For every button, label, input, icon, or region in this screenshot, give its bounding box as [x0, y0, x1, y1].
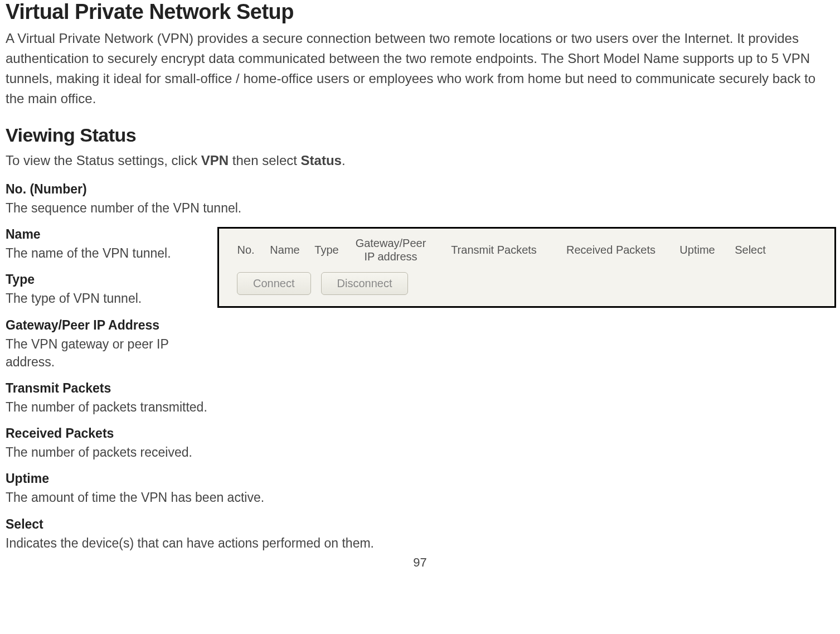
- def-received: Received Packets The number of packets r…: [6, 426, 834, 461]
- def-type: Type The type of VPN tunnel.: [6, 272, 217, 307]
- def-desc: The sequence number of the VPN tunnel.: [6, 199, 834, 217]
- def-desc: The VPN gateway or peer IP address.: [6, 335, 217, 371]
- instruction-pre: To view the Status settings, click: [6, 153, 201, 168]
- instruction-vpn: VPN: [201, 153, 229, 168]
- intro-paragraph: A Virtual Private Network (VPN) provides…: [6, 28, 834, 109]
- def-desc: The number of packets received.: [6, 443, 834, 461]
- section-viewing-status: Viewing Status: [6, 124, 834, 146]
- def-term: Transmit Packets: [6, 381, 834, 396]
- def-term: No. (Number): [6, 182, 834, 197]
- connect-button[interactable]: Connect: [237, 272, 311, 295]
- def-term: Gateway/Peer IP Address: [6, 318, 217, 333]
- col-select: Select: [725, 244, 775, 256]
- col-gateway-line1: Gateway/Peer: [353, 236, 429, 250]
- instruction-text: To view the Status settings, click VPN t…: [6, 151, 834, 171]
- table-header-row: No. Name Type Gateway/Peer IP address Tr…: [229, 236, 824, 263]
- def-desc: The amount of time the VPN has been acti…: [6, 488, 834, 506]
- def-select: Select Indicates the device(s) that can …: [6, 517, 834, 552]
- def-term: Name: [6, 227, 217, 242]
- def-no: No. (Number) The sequence number of the …: [6, 182, 834, 217]
- def-term: Type: [6, 272, 217, 287]
- def-gateway: Gateway/Peer IP Address The VPN gateway …: [6, 318, 217, 371]
- page-number: 97: [6, 555, 834, 570]
- button-row: Connect Disconnect: [229, 272, 824, 295]
- instruction-mid: then select: [229, 153, 300, 168]
- def-term: Uptime: [6, 471, 834, 486]
- col-gateway: Gateway/Peer IP address: [346, 236, 435, 263]
- instruction-post: .: [342, 153, 346, 168]
- def-term: Select: [6, 517, 834, 532]
- disconnect-button[interactable]: Disconnect: [321, 272, 409, 295]
- col-uptime: Uptime: [669, 244, 725, 256]
- def-name: Name The name of the VPN tunnel.: [6, 227, 217, 262]
- col-gateway-line2: IP address: [353, 250, 429, 263]
- col-transmit: Transmit Packets: [435, 244, 552, 256]
- def-transmit: Transmit Packets The number of packets t…: [6, 381, 834, 416]
- col-no: No.: [229, 244, 263, 256]
- def-term: Received Packets: [6, 426, 834, 441]
- instruction-status: Status: [301, 153, 342, 168]
- page-title: Virtual Private Network Setup: [6, 0, 834, 24]
- def-desc: The name of the VPN tunnel.: [6, 244, 217, 262]
- col-received: Received Packets: [552, 244, 669, 256]
- def-desc: The number of packets transmitted.: [6, 398, 834, 416]
- def-uptime: Uptime The amount of time the VPN has be…: [6, 471, 834, 506]
- col-name: Name: [263, 244, 307, 256]
- vpn-status-screenshot: No. Name Type Gateway/Peer IP address Tr…: [217, 227, 836, 308]
- col-type: Type: [307, 244, 346, 256]
- def-desc: The type of VPN tunnel.: [6, 289, 217, 307]
- def-desc: Indicates the device(s) that can have ac…: [6, 534, 834, 552]
